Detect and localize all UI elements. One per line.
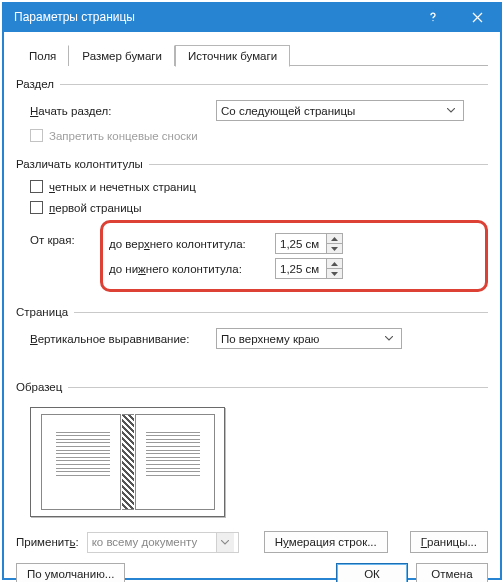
row-section-start: Начать раздел: Со следующей страницы xyxy=(30,100,488,121)
suppress-endnotes-label: Запретить концевые сноски xyxy=(49,130,198,142)
row-suppress-endnotes: Запретить концевые сноски xyxy=(30,129,488,142)
tab-fields[interactable]: Поля xyxy=(16,45,69,66)
row-diff-first: первой страницы xyxy=(30,201,488,214)
page-group-label: Страница xyxy=(16,306,488,318)
apply-select[interactable]: ко всему документу xyxy=(87,532,239,553)
line-numbers-button[interactable]: Нумерация строк... xyxy=(264,531,388,553)
help-button[interactable] xyxy=(410,2,455,32)
header-distance-input[interactable]: 1,25 см xyxy=(275,233,343,254)
row-valign: Вертикальное выравнивание: По верхнему к… xyxy=(30,328,488,349)
footer-distance-label: до нижнего колонтитула: xyxy=(103,263,275,275)
close-button[interactable] xyxy=(455,2,500,32)
borders-button[interactable]: Границы... xyxy=(410,531,488,553)
suppress-endnotes-checkbox xyxy=(30,129,43,142)
first-page-checkbox[interactable] xyxy=(30,201,43,214)
preview-page-left xyxy=(41,414,121,510)
header-distance-label: до верхнего колонтитула: xyxy=(103,238,275,250)
footer-distance-input[interactable]: 1,25 см xyxy=(275,258,343,279)
odd-even-label: четных и нечетных страниц xyxy=(49,181,196,193)
chevron-down-icon xyxy=(443,108,459,113)
set-default-button[interactable]: По умолчанию... xyxy=(16,563,125,582)
preview-image xyxy=(30,407,225,517)
spin-up-icon[interactable] xyxy=(327,234,342,244)
section-start-label: Начать раздел: xyxy=(30,105,216,117)
title-bar: Параметры страницы xyxy=(4,2,500,32)
section-start-select[interactable]: Со следующей страницы xyxy=(216,100,464,121)
dialog-page-setup: Параметры страницы Поля Размер бумаги Ис… xyxy=(2,2,502,580)
apply-label: Применить: xyxy=(16,536,79,548)
spin-down-icon[interactable] xyxy=(327,269,342,278)
dialog-content: Поля Размер бумаги Источник бумаги Разде… xyxy=(4,32,500,582)
spin-down-icon[interactable] xyxy=(327,244,342,253)
tab-strip: Поля Размер бумаги Источник бумаги xyxy=(16,42,488,66)
headers-footers-group-label: Различать колонтитулы xyxy=(16,158,488,170)
chevron-down-icon xyxy=(381,336,397,341)
first-page-label: первой страницы xyxy=(49,202,141,214)
spin-up-icon[interactable] xyxy=(327,259,342,269)
tab-paper-size[interactable]: Размер бумаги xyxy=(69,45,175,66)
from-edge-label: От края: xyxy=(30,218,100,246)
preview-binding xyxy=(122,414,134,510)
preview-group-label: Образец xyxy=(16,381,488,393)
window-title: Параметры страницы xyxy=(14,10,410,24)
section-group-label: Раздел xyxy=(16,78,488,90)
valign-select[interactable]: По верхнему краю xyxy=(216,328,402,349)
svg-point-0 xyxy=(432,20,433,21)
tab-paper-source[interactable]: Источник бумаги xyxy=(175,45,290,67)
dialog-footer: По умолчанию... ОК Отмена xyxy=(16,555,488,582)
preview-page-right xyxy=(135,414,215,510)
valign-label: Вертикальное выравнивание: xyxy=(30,333,216,345)
row-apply: Применить: ко всему документу Нумерация … xyxy=(16,531,488,553)
row-diff-odd-even: четных и нечетных страниц xyxy=(30,180,488,193)
odd-even-checkbox[interactable] xyxy=(30,180,43,193)
ok-button[interactable]: ОК xyxy=(336,563,408,582)
cancel-button[interactable]: Отмена xyxy=(416,563,488,582)
chevron-down-icon xyxy=(216,533,234,552)
highlighted-area: до верхнего колонтитула: 1,25 см до нижн… xyxy=(100,220,488,292)
